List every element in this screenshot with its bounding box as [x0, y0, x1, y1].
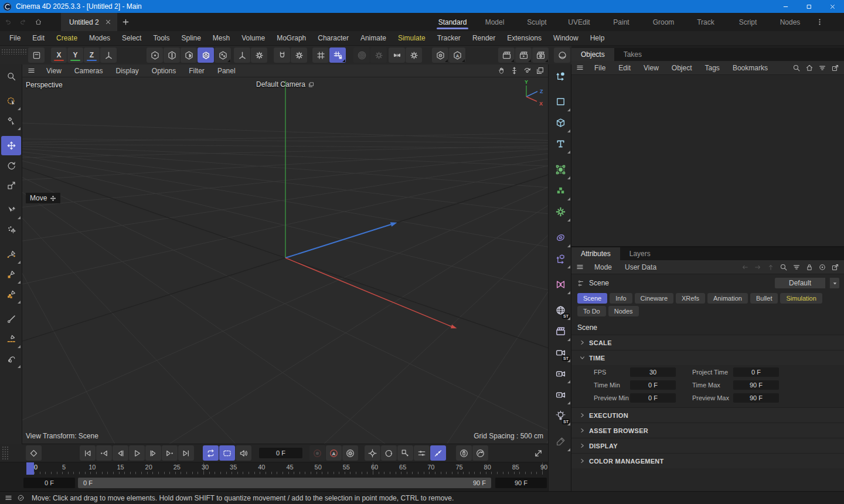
- lock-z-button[interactable]: Z: [84, 47, 100, 63]
- sketch-tool-button[interactable]: [1, 349, 21, 369]
- next-key-button[interactable]: [162, 445, 178, 461]
- section-header-scale[interactable]: SCALE: [571, 335, 844, 350]
- rotate-tool-button[interactable]: [1, 156, 21, 175]
- measure-tool-button[interactable]: [1, 309, 21, 329]
- filter-icon[interactable]: [792, 263, 801, 271]
- menu-select[interactable]: Select: [116, 31, 147, 46]
- menu-mesh[interactable]: Mesh: [207, 31, 236, 46]
- attribute-tab-xrefs[interactable]: XRefs: [676, 293, 705, 304]
- points-mode-button[interactable]: [147, 47, 163, 63]
- keyframe-settings-button[interactable]: [342, 445, 358, 461]
- live-selection-tool-button[interactable]: [1, 91, 21, 111]
- open-timeline-button[interactable]: [533, 448, 543, 458]
- viewport-menu-view[interactable]: View: [40, 67, 68, 75]
- attribute-tab-nodes[interactable]: Nodes: [608, 306, 639, 316]
- section-header-asset-browser[interactable]: ASSET BROWSER: [571, 423, 844, 438]
- section-header-execution[interactable]: EXECUTION: [571, 407, 844, 423]
- attribute-tab-bullet[interactable]: Bullet: [750, 293, 778, 304]
- material-nodes-button[interactable]: [554, 47, 570, 63]
- viewport-view-label[interactable]: Perspective: [26, 81, 63, 89]
- layout-tab-paint[interactable]: Paint: [600, 13, 642, 31]
- objects-menu-bookmarks[interactable]: Bookmarks: [726, 64, 774, 72]
- spline-pen-tool-button[interactable]: [1, 265, 21, 284]
- toolbar-drag-handle[interactable]: [1, 49, 27, 55]
- viewport-menu-cameras[interactable]: Cameras: [68, 67, 110, 75]
- menu-animate[interactable]: Animate: [355, 31, 392, 46]
- edges-mode-button[interactable]: [164, 47, 180, 63]
- snap-settings-button[interactable]: [291, 47, 307, 63]
- status-menu-icon[interactable]: [5, 494, 12, 502]
- goto-end-button[interactable]: [178, 445, 194, 461]
- objects-menu-view[interactable]: View: [637, 64, 665, 72]
- objects-menu-edit[interactable]: Edit: [612, 64, 637, 72]
- field-value-time-min[interactable]: 0 F: [630, 380, 676, 390]
- field-value-project-time[interactable]: 0 F: [733, 367, 779, 377]
- set-keyframe-button[interactable]: [26, 445, 42, 461]
- document-tab[interactable]: Untitled 2: [61, 13, 117, 31]
- camera-stage-button[interactable]: ST: [550, 342, 571, 363]
- focus-icon[interactable]: [818, 263, 826, 271]
- layout-overflow-button[interactable]: [812, 13, 826, 31]
- viewport-menu-options[interactable]: Options: [145, 67, 182, 75]
- stage-button[interactable]: [550, 321, 571, 342]
- key-pla-button[interactable]: [430, 445, 446, 461]
- render-settings-button[interactable]: [532, 47, 549, 63]
- instance-button[interactable]: [550, 274, 571, 295]
- symmetry-settings-button[interactable]: [406, 47, 422, 63]
- section-header-display[interactable]: DISPLAY: [571, 438, 844, 453]
- quantize-button[interactable]: [329, 47, 346, 63]
- key-parameter-button[interactable]: [414, 445, 430, 461]
- filter-icon[interactable]: [818, 64, 826, 72]
- play-button[interactable]: [129, 445, 145, 461]
- dolly-button[interactable]: [510, 66, 519, 75]
- orbit-button[interactable]: [523, 66, 532, 75]
- prev-key-button[interactable]: [96, 445, 112, 461]
- viewport-solo-button[interactable]: [432, 47, 448, 63]
- object-mode-button[interactable]: [215, 47, 231, 63]
- home-button[interactable]: [30, 13, 46, 31]
- goto-start-button[interactable]: [80, 445, 96, 461]
- objects-menu-button[interactable]: [571, 64, 588, 71]
- axis-settings-button[interactable]: [251, 47, 267, 63]
- layout-tab-uvedit[interactable]: UVEdit: [558, 13, 600, 31]
- find-tool-button[interactable]: [1, 67, 21, 86]
- attributes-tab-attributes[interactable]: Attributes: [571, 247, 620, 260]
- field-value-time-max[interactable]: 90 F: [733, 380, 779, 390]
- popout-icon[interactable]: [831, 263, 839, 271]
- spline-primitive-button[interactable]: [550, 91, 571, 112]
- autokeying-button[interactable]: A: [326, 445, 342, 461]
- symmetry-button[interactable]: [389, 47, 405, 63]
- viewport-menu-panel[interactable]: Panel: [211, 67, 242, 75]
- viewport-menu-filter[interactable]: Filter: [182, 67, 211, 75]
- current-frame-field[interactable]: 0 F: [259, 448, 302, 458]
- search-icon[interactable]: [780, 263, 788, 271]
- menu-modes[interactable]: Modes: [83, 31, 116, 46]
- menu-window[interactable]: Window: [547, 31, 584, 46]
- move-tool-button[interactable]: [1, 136, 21, 155]
- section-header-color-management[interactable]: COLOR MANAGEMENT: [571, 453, 844, 468]
- attributes-tab-layers[interactable]: Layers: [620, 247, 660, 260]
- attributes-menu-button[interactable]: [571, 263, 588, 271]
- scale-tool-button[interactable]: [1, 176, 21, 195]
- field-button[interactable]: [550, 159, 571, 180]
- menu-file[interactable]: File: [4, 31, 26, 46]
- key-position-button[interactable]: [365, 445, 380, 461]
- layout-tab-script[interactable]: Script: [727, 13, 769, 31]
- play-sound-button[interactable]: [236, 445, 251, 461]
- coord-system-button[interactable]: [100, 47, 117, 63]
- range-end-field[interactable]: 90 F: [495, 478, 547, 488]
- layout-tab-nodes[interactable]: Nodes: [769, 13, 811, 31]
- viewport-camera-label[interactable]: Default Camera: [256, 80, 314, 88]
- menu-tracker[interactable]: Tracker: [431, 31, 467, 46]
- key-scale-button[interactable]: [397, 445, 413, 461]
- spline-pen-tool-button[interactable]: [550, 66, 571, 86]
- new-tab-button[interactable]: [117, 13, 135, 31]
- objects-tab-takes[interactable]: Takes: [614, 48, 651, 61]
- layout-tab-model[interactable]: Model: [474, 13, 516, 31]
- multi-transform-tool-button[interactable]: [1, 220, 21, 240]
- search-icon[interactable]: [792, 64, 801, 72]
- menu-extensions[interactable]: Extensions: [501, 31, 547, 46]
- auto-mode-button[interactable]: A: [449, 47, 465, 63]
- play-range-button[interactable]: [219, 445, 235, 461]
- environment-button[interactable]: ST: [550, 300, 571, 321]
